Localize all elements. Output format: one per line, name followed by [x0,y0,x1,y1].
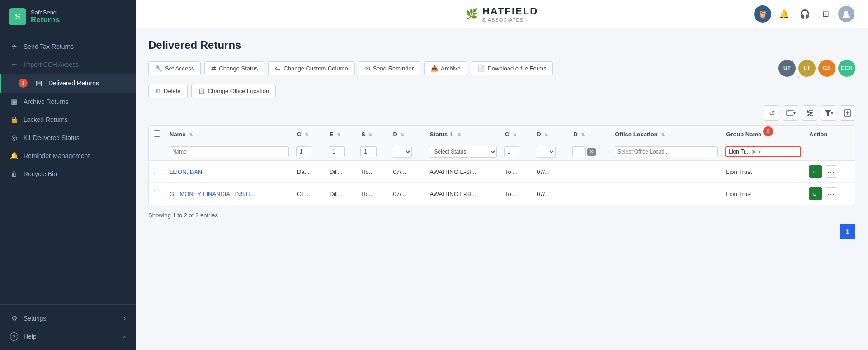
filter-c-input[interactable] [296,146,312,157]
sort-s[interactable]: ⇅ [368,132,372,137]
row2-e: Dill... [325,183,357,205]
row1-action: E ⋯ [805,161,855,183]
filter-btn[interactable]: ▾ [821,105,836,121]
row1-more-btn[interactable]: ⋯ [825,165,837,178]
filter-c2-cell [500,143,532,161]
logo-icon: S [9,8,26,25]
sidebar-item-help[interactable]: ? Help « [0,327,136,345]
sort-c2[interactable]: ⇅ [513,132,516,137]
sort-e[interactable]: ⇅ [337,132,340,137]
filter-d3-clear[interactable]: ✕ [587,148,596,156]
avatar-gs[interactable]: GS [818,60,835,77]
nav-icon-reminder: 🔔 [10,152,18,160]
main-area: 🌿 HATFIELD & ASSOCIATES 🦉 🔔 🎧 ⊞ Delivere… [136,0,868,350]
sidebar-item-send-tax[interactable]: ✈ Send Tax Returns [0,37,136,56]
row1-checkbox[interactable] [154,168,160,174]
group-name-remove-btn[interactable]: ✕ [751,149,756,155]
send-reminder-icon: ✉ [365,65,370,72]
column-settings-btn[interactable] [802,105,817,121]
filter-e-input[interactable] [329,146,345,157]
table-controls: ↺ ▾ ▾ [148,105,855,121]
group-name-dropdown-btn[interactable]: ▾ [758,149,761,155]
row1-c: Da... [292,161,325,183]
filter-name-cell [165,143,292,161]
export-btn[interactable]: ▾ [783,105,798,121]
sort-d3[interactable]: ⇅ [581,132,585,137]
help-chevron: « [123,333,126,340]
svg-point-8 [810,112,812,114]
send-reminder-button[interactable]: ✉ Send Reminder [359,61,420,75]
refresh-btn[interactable]: ↺ [764,105,779,121]
sidebar-item-k1[interactable]: ◎ K1 Delivered Status [0,129,136,147]
row1-e: Dill... [325,161,357,183]
sidebar-bottom: ⚙ Settings › ? Help « [0,304,136,350]
table-body: LLION, DAN Da... Dill... Ho... 07/... AW… [149,161,855,205]
filter-d3-input[interactable] [572,146,586,157]
row2-name: GE MONEY FINANCIAL INSTI... [165,183,292,205]
filter-arrow: ▾ [831,111,833,116]
sort-d2[interactable]: ⇅ [544,132,548,137]
set-access-button[interactable]: 🔧 Set Access [148,61,201,75]
set-access-icon: 🔧 [155,65,162,72]
filter-c-cell [292,143,325,161]
sort-d[interactable]: ⇅ [401,132,404,137]
page-1-btn[interactable]: 1 [840,224,855,239]
filter-d-select[interactable] [392,146,412,158]
select-all-checkbox[interactable] [154,130,160,137]
sort-office[interactable]: ⇅ [661,132,665,137]
nav-icon-archive: ▣ [10,98,18,106]
th-name: Name ⇅ [165,126,292,143]
sidebar-item-delivered-returns[interactable]: 1 ▤ Delivered Returns [0,74,136,93]
user-avatar[interactable] [838,6,854,22]
row1-excel-btn[interactable]: E [809,165,822,178]
logo-returns: Returns [31,16,60,24]
filter-name-input[interactable] [169,146,289,157]
apps-btn[interactable]: ⊞ [817,6,834,22]
row2-more-btn[interactable]: ⋯ [825,187,837,200]
row1-d: 07/... [388,161,425,183]
row2-excel-btn[interactable]: E [809,187,822,200]
sort-name[interactable]: ⇅ [189,132,193,137]
notification-btn[interactable]: 🔔 [776,6,792,22]
sidebar-item-settings[interactable]: ⚙ Settings › [0,309,136,327]
nav-icon-recycle: 🗑 [10,170,18,177]
avatar-cch[interactable]: CCH [838,60,855,77]
th-action: Action [805,126,855,143]
change-custom-column-button[interactable]: 🏷 Change Custom Column [268,61,354,75]
row1-action-cell: E ⋯ [809,165,850,178]
table-wrapper: Name ⇅ C ⇅ E ⇅ S ⇅ [148,125,855,205]
archive-button[interactable]: 📥 Archive [424,61,467,75]
change-office-label: Change Office Location [208,88,269,94]
sidebar-item-archive-returns[interactable]: ▣ Archive Returns [0,93,136,111]
owl-icon[interactable]: 🦉 [754,5,771,23]
sort-c[interactable]: ⇅ [305,132,308,137]
avatar-lt[interactable]: LT [798,60,816,77]
headset-btn[interactable]: 🎧 [797,6,813,22]
filter-c2-input[interactable] [504,146,520,157]
sort-status[interactable]: ⇅ [457,132,461,137]
filter-s-input[interactable] [360,146,377,157]
change-office-location-button[interactable]: 📋 Change Office Location [191,84,276,98]
sidebar-item-recycle-bin[interactable]: 🗑 Recycle Bin [0,165,136,182]
filter-office-input[interactable] [614,146,718,157]
table-row: LLION, DAN Da... Dill... Ho... 07/... AW… [149,161,855,183]
row2-action: E ⋯ [805,183,855,205]
filter-group-cell: Lion Tr... ✕ ▾ [722,143,805,161]
sidebar-item-reminder[interactable]: 🔔 Reminder Management [0,147,136,165]
delete-button[interactable]: 🗑 Delete [148,84,188,98]
th-checkbox [149,126,165,143]
sidebar-item-locked-returns[interactable]: 🔒 Locked Returns [0,111,136,129]
filter-d2-select[interactable] [536,146,556,158]
pagination: 1 [148,224,855,239]
sidebar-logo: S SafeSend Returns [0,0,136,33]
export2-btn[interactable] [840,105,855,121]
sidebar-item-import-cch[interactable]: ⬅ Import CCH Axcess [0,56,136,74]
change-status-button[interactable]: ⇄ Change Status [204,61,264,75]
avatar-ut[interactable]: UT [778,60,796,77]
sidebar-label-k1: K1 Delivered Status [24,134,80,141]
brand-sub: & ASSOCIATES [482,17,538,23]
filter-status-select[interactable]: Select Status [429,146,497,158]
row1-name: LLION, DAN [165,161,292,183]
download-efile-button[interactable]: 📄 Download e-file Forms [471,61,553,75]
row2-checkbox[interactable] [154,190,160,196]
